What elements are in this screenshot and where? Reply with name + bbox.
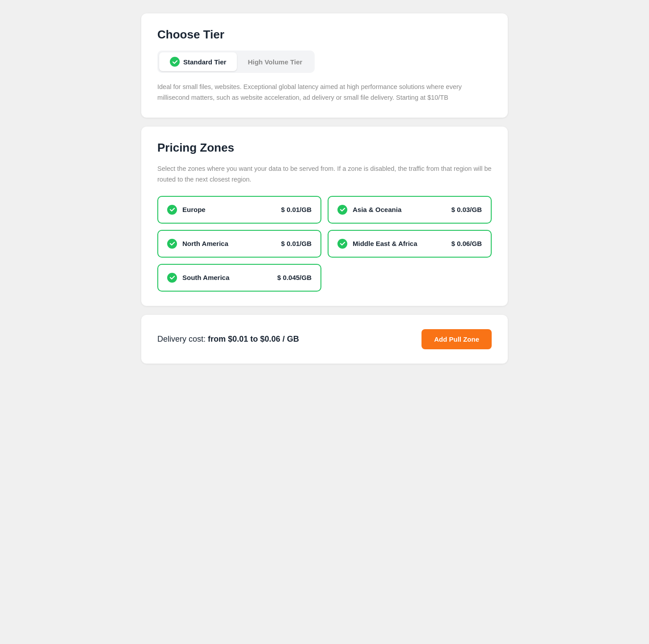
north-america-zone-name: North America: [182, 240, 228, 247]
europe-check-icon: [167, 205, 177, 215]
north-america-zone-price: $ 0.01/GB: [281, 240, 312, 247]
zones-grid: Europe $ 0.01/GB Asia & Oceania $ 0.03/G…: [157, 196, 492, 292]
standard-tier-check-icon: [170, 57, 180, 67]
south-america-zone-price: $ 0.045/GB: [277, 274, 312, 281]
south-america-check-icon: [167, 273, 177, 283]
tier-description: Ideal for small files, websites. Excepti…: [157, 82, 492, 103]
pricing-zones-card: Pricing Zones Select the zones where you…: [141, 127, 508, 306]
zone-card-asia-oceania[interactable]: Asia & Oceania $ 0.03/GB: [328, 196, 492, 224]
standard-tier-button[interactable]: Standard Tier: [159, 52, 237, 71]
choose-tier-card: Choose Tier Standard Tier High Volume Ti…: [141, 13, 508, 118]
tier-toggle: Standard Tier High Volume Tier: [157, 51, 315, 73]
middle-east-africa-check-icon: [337, 239, 347, 249]
north-america-check-icon: [167, 239, 177, 249]
add-pull-zone-button[interactable]: Add Pull Zone: [421, 329, 492, 349]
pricing-zones-description: Select the zones where you want your dat…: [157, 164, 492, 185]
page-container: Choose Tier Standard Tier High Volume Ti…: [141, 13, 508, 364]
south-america-zone-name: South America: [182, 274, 229, 281]
delivery-cost-value: from $0.01 to $0.06 / GB: [208, 335, 299, 343]
high-volume-tier-button[interactable]: High Volume Tier: [237, 52, 313, 71]
zone-card-south-america[interactable]: South America $ 0.045/GB: [157, 264, 321, 292]
asia-oceania-check-icon: [337, 205, 347, 215]
middle-east-africa-zone-name: Middle East & Africa: [353, 240, 417, 247]
delivery-cost-card: Delivery cost: from $0.01 to $0.06 / GB …: [141, 315, 508, 364]
choose-tier-title: Choose Tier: [157, 28, 492, 42]
pricing-zones-title: Pricing Zones: [157, 141, 492, 155]
asia-oceania-zone-price: $ 0.03/GB: [451, 206, 482, 213]
middle-east-africa-zone-price: $ 0.06/GB: [451, 240, 482, 247]
high-volume-tier-label: High Volume Tier: [248, 58, 302, 66]
europe-zone-name: Europe: [182, 206, 206, 213]
delivery-cost-prefix: Delivery cost:: [157, 335, 208, 343]
zone-card-middle-east-africa[interactable]: Middle East & Africa $ 0.06/GB: [328, 230, 492, 258]
delivery-cost-text: Delivery cost: from $0.01 to $0.06 / GB: [157, 335, 299, 344]
standard-tier-label: Standard Tier: [183, 58, 226, 66]
asia-oceania-zone-name: Asia & Oceania: [353, 206, 401, 213]
europe-zone-price: $ 0.01/GB: [281, 206, 312, 213]
zone-card-europe[interactable]: Europe $ 0.01/GB: [157, 196, 321, 224]
zone-card-north-america[interactable]: North America $ 0.01/GB: [157, 230, 321, 258]
